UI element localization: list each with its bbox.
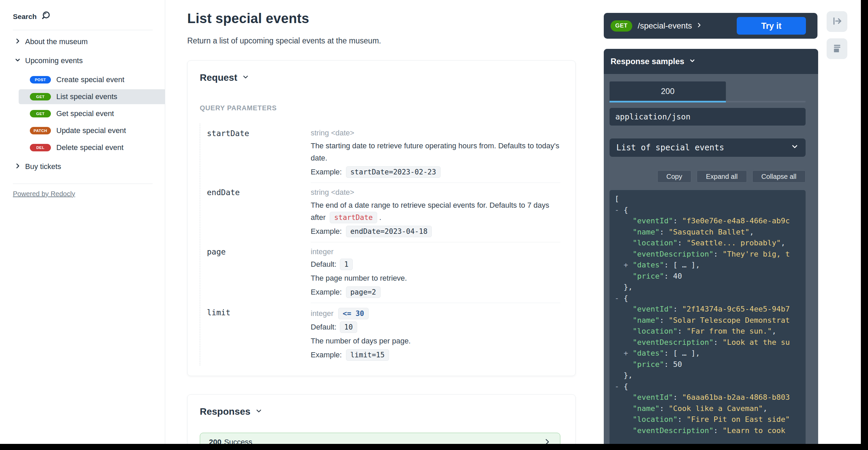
json-punctuation [615, 415, 633, 424]
console-view-button[interactable] [827, 38, 847, 59]
collapse-all-button[interactable]: Collapse all [752, 170, 806, 183]
collapse-panel-button[interactable] [827, 11, 847, 32]
param-row-limit: limitinteger<= 30Default:10The number of… [200, 303, 560, 365]
expand-toggle-icon[interactable]: + [624, 349, 628, 357]
chevron-down-icon [689, 57, 696, 66]
sidebar-footer-divider [13, 184, 153, 184]
param-example-label: Example: [311, 288, 342, 297]
json-punctuation [615, 327, 633, 335]
sidebar-nav: About the museumUpcoming eventsPOSTCreat… [0, 32, 165, 176]
json-punctuation [615, 349, 624, 357]
expand-toggle-icon[interactable]: - [615, 206, 619, 214]
json-string: "2f14374a-9c65-4ee5-94b7 [682, 305, 790, 313]
param-row-page: pageintegerDefault:1The page number to r… [200, 242, 560, 303]
param-default-chip: 10 [340, 321, 357, 333]
sidebar-item-label: Get special event [56, 109, 114, 118]
json-punctuation [615, 360, 633, 369]
copy-button[interactable]: Copy [657, 170, 692, 183]
json-key: "eventId" [633, 305, 673, 313]
sidebar-group-about-the-museum[interactable]: About the museum [0, 32, 165, 51]
responses-card: Responses 200Success [187, 394, 576, 444]
param-constraint-chip: <= 30 [338, 308, 368, 319]
tab-200[interactable]: 200 [610, 81, 726, 101]
expand-toggle-icon[interactable]: - [615, 294, 619, 302]
json-punctuation: : [673, 305, 682, 313]
code-line: }, [615, 370, 806, 381]
code-line: - { [615, 205, 806, 216]
json-key: "location" [633, 327, 677, 335]
inline-code-chip: startDate [330, 212, 377, 223]
param-description: The page number to retrieve. [311, 272, 560, 284]
try-it-button[interactable]: Try it [737, 17, 806, 35]
json-punctuation: : [673, 217, 682, 225]
json-punctuation: }, [615, 371, 633, 379]
json-punctuation [628, 261, 633, 269]
sidebar-group-label: Buy tickets [25, 162, 61, 171]
sidebar-group-label: About the museum [25, 37, 88, 46]
param-type: string <date> [311, 129, 354, 137]
json-string: "f3e0e76e-e4a8-466e-ab9c [682, 217, 790, 225]
request-section-toggle[interactable]: Request [200, 72, 560, 83]
param-example-row: Example:page=2 [311, 286, 560, 298]
param-example-row: Example:endDate=2023-04-18 [311, 226, 560, 237]
expand-toggle-icon[interactable]: - [615, 382, 619, 391]
json-punctuation [615, 426, 633, 435]
query-parameters-label: QUERY PARAMETERS [200, 104, 560, 112]
search-label: Search [13, 13, 37, 21]
code-line: "eventDescription": "Learn to cook [615, 425, 806, 436]
search-trigger[interactable]: Search [0, 0, 165, 22]
method-badge: GET [611, 20, 632, 32]
json-punctuation [615, 217, 633, 225]
chevron-down-icon [255, 406, 263, 417]
powered-by-redocly-link[interactable]: Powered by Redocly [13, 190, 75, 198]
param-example-chip: limit=15 [346, 349, 389, 361]
json-key: "eventDescription" [633, 426, 713, 435]
param-example-label: Example: [311, 168, 342, 176]
response-200-row[interactable]: 200Success [200, 433, 560, 444]
sidebar-item-label: List special events [56, 92, 117, 101]
json-key: "name" [633, 316, 659, 324]
json-punctuation: : [713, 338, 722, 346]
sidebar-group-buy-tickets[interactable]: Buy tickets [0, 157, 165, 176]
code-line: }, [615, 282, 806, 293]
sidebar-item-update-special-event[interactable]: PATCHUpdate special event [19, 123, 165, 138]
json-string: "Fire Pit on East side" [687, 415, 790, 424]
expand-toggle-icon[interactable]: + [624, 261, 628, 269]
sidebar-item-label: Delete special event [56, 143, 123, 152]
code-line: - { [615, 293, 806, 304]
json-punctuation: { [619, 382, 628, 391]
json-key: "name" [633, 404, 659, 413]
json-string: "Seattle... probably" [687, 239, 781, 247]
responses-section-toggle[interactable]: Responses [200, 406, 560, 417]
sidebar-item-list-special-events[interactable]: GETList special events [19, 89, 165, 104]
sidebar-group-label: Upcoming events [25, 56, 83, 65]
param-description: The end of a date range to retrieve spec… [311, 199, 560, 224]
response-label: Success [224, 438, 252, 444]
sidebar-item-get-special-event[interactable]: GETGet special event [19, 106, 165, 121]
param-row-startDate: startDatestring <date>The starting date … [200, 124, 560, 183]
sidebar-item-delete-special-event[interactable]: DELDelete special event [19, 140, 165, 155]
json-key: "eventId" [633, 393, 673, 401]
main-content: List special events Return a list of upc… [165, 0, 598, 444]
code-line: + "dates": [ … ], [615, 260, 806, 271]
sidebar-group-upcoming-events[interactable]: Upcoming events [0, 51, 165, 70]
response-samples-toggle[interactable]: Response samples [604, 49, 818, 74]
json-key: "location" [633, 415, 677, 424]
sidebar-item-create-special-event[interactable]: POSTCreate special event [19, 72, 165, 87]
page-title: List special events [187, 11, 598, 26]
json-key: "eventDescription" [633, 338, 713, 346]
json-punctuation [615, 305, 633, 313]
json-punctuation: : [713, 426, 722, 435]
json-key: "eventDescription" [633, 250, 713, 258]
param-definition: string <date>The end of a date range to … [311, 183, 560, 242]
chevron-right-icon [696, 22, 702, 30]
sample-select[interactable]: List of special events [610, 138, 806, 157]
param-type-row: integer<= 30 [311, 308, 560, 319]
json-string: "Far from the sun." [687, 327, 772, 335]
endpoint-path-toggle[interactable]: /special-events [638, 21, 702, 31]
request-heading: Request [200, 72, 237, 83]
param-description: The number of days per page. [311, 335, 560, 347]
chevron-right-icon [14, 38, 21, 46]
expand-all-button[interactable]: Expand all [697, 170, 747, 183]
param-default-chip: 1 [340, 259, 353, 270]
